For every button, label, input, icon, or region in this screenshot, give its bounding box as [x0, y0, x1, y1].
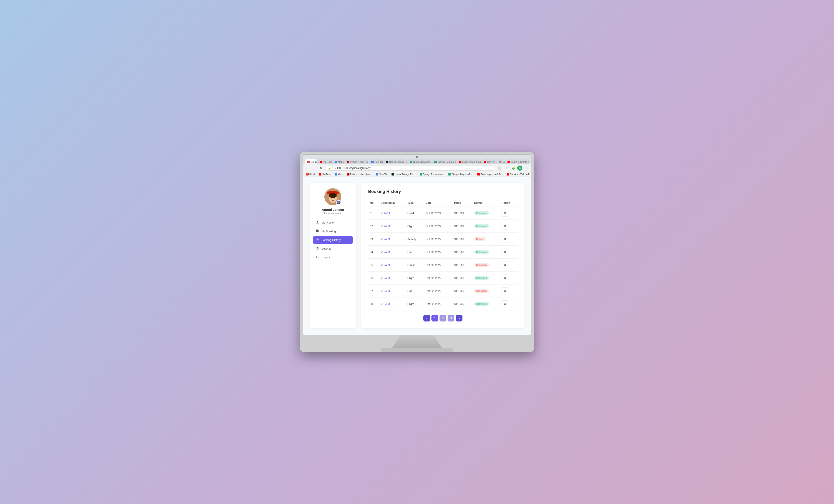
cell-action [500, 298, 518, 310]
bookmark-convert[interactable]: Convert HTML to P... [505, 173, 531, 176]
bookmark-django2[interactable]: Django Request an... [418, 173, 446, 176]
bookmark-gmail[interactable]: Gmail [305, 173, 317, 176]
tab-django3[interactable]: Django Request-Re... [432, 159, 456, 164]
bm-gmail-icon [306, 173, 309, 176]
table-row: 02. #12453 Flight Oct 22, 2022 $11,569 C… [368, 220, 518, 233]
status-badge: Confirmed [474, 302, 489, 306]
address-bar[interactable]: 🔒 127.0.0.1:8000/mybookinghistory/ [325, 166, 495, 171]
status-badge: Confirmed [474, 211, 489, 215]
maps-favicon [334, 161, 337, 163]
status-badge: Confirmed [474, 250, 489, 254]
cell-price: $11,569 [453, 271, 473, 285]
sidebar-nav: My Profile My Booking Book [313, 219, 353, 261]
sidebar-item-my-booking[interactable]: My Booking [313, 227, 353, 235]
tab-excel[interactable]: Excel import and Ex... [456, 159, 481, 164]
sidebar-item-my-profile[interactable]: My Profile [313, 219, 353, 226]
bookmark-python[interactable]: Python if else - java... [346, 173, 374, 176]
settings-icon [316, 247, 319, 250]
camera-dot [416, 156, 418, 158]
view-button[interactable] [502, 301, 508, 307]
cell-no: 08. [368, 298, 379, 310]
table-body: 01. #12453 Hotel Oct 22, 2022 $11,569 Co… [368, 207, 518, 310]
monitor-stand [389, 335, 445, 348]
sidebar-item-booking-history[interactable]: Booking History [313, 236, 353, 244]
bm-django3-icon [448, 173, 451, 176]
view-button[interactable] [502, 262, 508, 268]
bm-youtube-icon [319, 173, 322, 176]
refresh-button[interactable]: ↻ [319, 166, 324, 171]
view-button[interactable] [502, 275, 508, 281]
tab-django1[interactable]: Use of Django Req... [383, 159, 407, 164]
bookmark-maps[interactable]: Maps [333, 173, 345, 176]
col-type: Type [406, 199, 424, 207]
cell-type: Flight [406, 298, 424, 310]
menu-button[interactable]: ⋮ [524, 166, 529, 171]
bookmark-excel[interactable]: Excel import and Ex... [476, 173, 505, 176]
status-badge: Cancel [474, 237, 486, 241]
cell-no: 07. [368, 285, 379, 298]
cell-price: $11,569 [453, 207, 473, 220]
profile-icon [316, 221, 319, 224]
table-row: 01. #12453 Hotel Oct 22, 2022 $11,569 Co… [368, 207, 518, 220]
profile-avatar[interactable]: S [517, 166, 522, 171]
sidebar-item-settings[interactable]: Settings [313, 245, 353, 253]
sidebar-item-logout[interactable]: Logout [313, 254, 353, 261]
user-name: Antoni Jonson [322, 208, 344, 212]
col-date: Date [424, 199, 453, 207]
youtube-favicon [320, 161, 322, 163]
cell-date: Oct 22, 2022 [424, 233, 453, 246]
gmail-favicon [307, 161, 310, 163]
cast-button[interactable]: ⬜ [497, 166, 502, 171]
view-button[interactable] [502, 287, 508, 294]
excel-favicon [459, 161, 461, 163]
sidebar: 📷 Antoni Jonson [email protected] My Pro… [309, 183, 356, 328]
cell-date: Oct 22, 2022 [424, 246, 453, 259]
tab-youtube[interactable]: YouTube [317, 159, 332, 164]
view-button[interactable] [502, 236, 508, 242]
pagination-page-1[interactable]: 1 [432, 315, 438, 322]
svg-point-4 [329, 193, 337, 198]
cell-price: $11,569 [453, 285, 473, 298]
view-button[interactable] [502, 248, 508, 256]
back-button[interactable]: ← [305, 166, 310, 171]
pagination-page-2[interactable]: 2 [440, 315, 446, 322]
pagination-last[interactable]: » [456, 315, 462, 322]
forward-button[interactable]: → [312, 166, 317, 171]
table-row: 06. #12453 Flight Oct 22, 2022 $11,569 C… [368, 271, 518, 285]
pagination-first[interactable]: « [423, 315, 430, 322]
pagination-page-3[interactable]: 3 [447, 315, 454, 322]
bookmark-button[interactable]: ☆ [504, 166, 509, 171]
cell-price: $11,569 [453, 246, 473, 259]
cell-action [500, 246, 518, 259]
camera-badge[interactable]: 📷 [336, 200, 341, 205]
extensions-button[interactable]: 🧩 [510, 166, 515, 171]
tab-learn[interactable]: Learn to Create Ma... [505, 159, 529, 164]
python-favicon [347, 161, 349, 163]
cell-booking-id: #12453 [379, 220, 406, 233]
tab-gmail[interactable]: Gmail [305, 159, 317, 164]
tab-django2[interactable]: Django Request an... [407, 159, 431, 164]
bookmark-django3[interactable]: Django Request-Re... [447, 173, 475, 176]
monitor-base [381, 348, 453, 352]
cell-booking-id: #12453 [379, 285, 406, 298]
tab-newtab[interactable]: New Tab [369, 159, 383, 164]
view-button[interactable] [502, 210, 508, 217]
view-button[interactable] [502, 223, 508, 229]
cell-type: Flight [406, 271, 424, 285]
svg-point-6 [334, 198, 335, 198]
tab-maps[interactable]: Maps [332, 159, 344, 164]
bookmark-youtube[interactable]: YouTube [317, 173, 332, 176]
logout-icon [316, 256, 319, 259]
cell-action [500, 259, 518, 271]
bookmark-newtab[interactable]: New Tab [374, 173, 389, 176]
cell-no: 01. [368, 207, 379, 220]
bm-excel-icon [477, 173, 480, 176]
cell-type: Cruise [406, 259, 424, 271]
tab-convert[interactable]: Convert HTML to P... [481, 159, 505, 164]
svg-point-5 [331, 198, 332, 198]
cell-no: 04. [368, 246, 379, 259]
cell-booking-id: #12453 [379, 259, 406, 271]
tab-python[interactable]: Python if else - java... [344, 159, 369, 164]
bookmark-django1[interactable]: Use of Django Req... [390, 173, 418, 176]
cell-status: Confirmed [473, 207, 500, 220]
